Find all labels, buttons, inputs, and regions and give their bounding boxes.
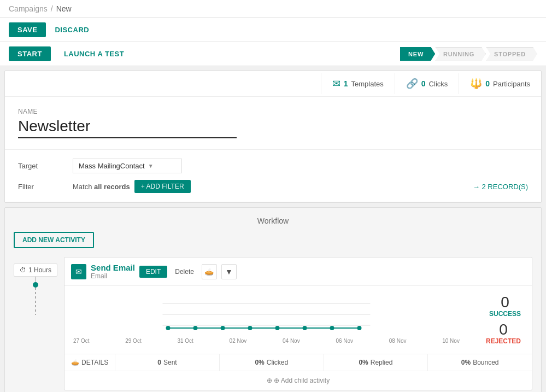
filter-value-container: Match all records + ADD FILTER → 2 RECOR… [73,180,528,193]
people-icon: 🔱 [470,78,482,90]
replied-stat[interactable]: 0% Replied [324,354,428,371]
records-link[interactable]: → 2 RECORD(S) [473,183,528,191]
pie-icon: 🥧 [71,359,79,366]
activity-card: ✉ Send Email Email EDIT Delete 🥧 ▼ [64,257,532,390]
success-label: SUCCESS [489,310,521,318]
clicks-count: 0 [421,79,426,88]
bounced-pct: 0% [461,359,471,366]
connector-bottom-line [35,288,36,315]
chart-container: 27 Oct 29 Oct 31 Oct 02 Nov 04 Nov 06 No… [71,292,462,347]
add-child-button[interactable]: ⊕ ⊕ Add child activity [64,371,532,390]
chart-label-7: 10 Nov [442,338,460,344]
svg-point-6 [248,326,253,330]
participants-count: 0 [485,79,490,88]
details-button[interactable]: 🥧 DETAILS [64,354,115,371]
mail-icon: ✉ [332,78,340,90]
clock-icon: ⏱ [20,266,26,274]
bounced-label: Bounced [473,359,498,366]
chart-area: 27 Oct 29 Oct 31 Oct 02 Nov 04 Nov 06 No… [64,286,532,354]
success-count: 0 [489,295,521,310]
bounced-stat[interactable]: 0% Bounced [428,354,532,371]
clicked-pct: 0% [255,359,264,366]
clicked-label: Clicked [267,359,288,366]
add-activity-button[interactable]: ADD NEW ACTIVITY [14,232,94,248]
name-section: Name Newsletter [5,97,541,150]
edit-button[interactable]: EDIT [139,266,167,278]
pipeline-new-label: NEW [400,47,435,61]
activity-title-group: Send Email Email [91,263,135,280]
svg-point-4 [193,326,198,330]
chart-label-1: 29 Oct [125,338,141,344]
chart-label-0: 27 Oct [73,338,89,344]
replied-pct: 0% [359,359,368,366]
action-bar: SAVE DISCARD [0,18,546,42]
filter-icon-button[interactable]: ▼ [221,264,237,279]
chart-labels: 27 Oct 29 Oct 31 Oct 02 Nov 04 Nov 06 No… [71,338,462,344]
pipeline-stopped-label: STOPPED [486,47,537,61]
workflow-section: Workflow ADD NEW ACTIVITY ⏱ 1 Hours ✉ Se… [4,207,542,392]
pipeline-status: NEW RUNNING STOPPED [400,47,537,61]
launch-test-button[interactable]: LAUNCH A TEST [60,46,128,61]
delete-button[interactable]: Delete [172,266,197,278]
target-select[interactable]: Mass MailingContact ▼ [73,159,182,173]
name-label: Name [18,108,528,115]
time-badge: ⏱ 1 Hours [14,264,57,277]
svg-point-9 [330,326,334,330]
main-content: ✉ 1 Templates 🔗 0 Clicks 🔱 0 Participant… [4,71,542,203]
breadcrumb-separator: / [51,4,53,13]
name-value[interactable]: Newsletter [18,118,237,138]
pipeline-running-label: RUNNING [435,47,486,61]
workflow-bar: START LAUNCH A TEST NEW RUNNING STOPPED [0,42,546,66]
add-filter-button[interactable]: + ADD FILTER [134,180,191,193]
details-label: DETAILS [81,359,108,366]
breadcrumb-parent[interactable]: Campaigns [9,4,48,13]
svg-point-7 [275,326,280,330]
clicks-stat[interactable]: 🔗 0 Clicks [395,73,459,94]
chart-label-2: 31 Oct [177,338,193,344]
time-connector: ⏱ 1 Hours [14,259,57,315]
activity-header: ✉ Send Email Email EDIT Delete 🥧 ▼ [64,258,532,286]
chart-label-5: 06 Nov [336,338,353,344]
templates-stat[interactable]: ✉ 1 Templates [321,73,395,94]
chart-label-4: 04 Nov [283,338,300,344]
filter-qualifier: all records [94,183,130,191]
replied-label: Replied [371,359,393,366]
connector-top-line [35,277,36,282]
target-row: Target Mass MailingContact ▼ [18,159,528,173]
workflow-title: Workflow [14,217,532,225]
connector-dot [33,282,38,288]
svg-point-5 [221,326,225,330]
chart-label-3: 02 Nov [230,338,247,344]
filter-label: Filter [18,183,73,191]
sent-stat[interactable]: 0 Sent [115,354,220,371]
save-button[interactable]: SAVE [9,22,46,37]
clicked-stat[interactable]: 0% Clicked [220,354,324,371]
participants-label: Participants [493,80,530,88]
activity-mail-icon: ✉ [71,264,86,279]
sent-count: 0 [157,359,161,366]
pipeline-step-stopped: STOPPED [486,47,537,61]
stats-side: 0 SUCCESS 0 REJECTED [471,292,525,347]
stats-row: ✉ 1 Templates 🔗 0 Clicks 🔱 0 Participant… [5,71,541,97]
connector-line-group [33,277,38,315]
dropdown-icon: ▼ [148,163,154,169]
fields-section: Target Mass MailingContact ▼ Filter Matc… [5,150,541,202]
participants-stat[interactable]: 🔱 0 Participants [459,73,541,94]
rejected-block: 0 REJECTED [486,322,521,345]
breadcrumb-bar: Campaigns / New [0,0,546,18]
clicks-label: Clicks [429,80,448,88]
activity-footer: 🥧 DETAILS 0 Sent 0% Clicked 0% Replied 0… [64,354,532,371]
target-select-value: Mass MailingContact [79,162,145,170]
start-button[interactable]: START [9,46,51,61]
pipeline-step-running: RUNNING [435,47,486,61]
activity-subtitle: Email [91,272,135,280]
svg-point-10 [357,326,362,330]
sent-label: Sent [163,359,177,366]
discard-button[interactable]: DISCARD [50,22,93,37]
chart-label-6: 08 Nov [389,338,407,344]
add-child-label: ⊕ Add child activity [274,377,330,384]
add-child-icon: ⊕ [267,377,272,384]
rejected-label: REJECTED [486,337,521,345]
chart-icon-button[interactable]: 🥧 [202,264,217,279]
target-value-container: Mass MailingContact ▼ [73,159,528,173]
